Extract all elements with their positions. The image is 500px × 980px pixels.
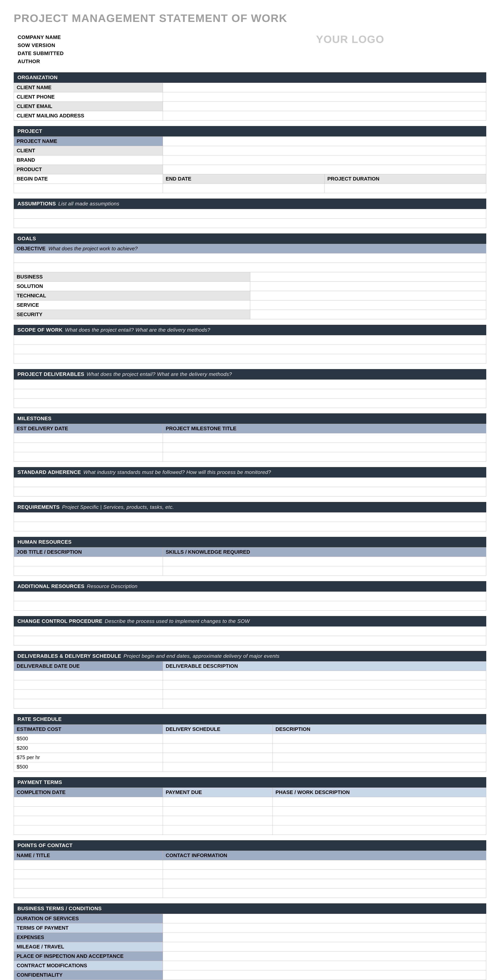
project-brand-value[interactable] (163, 156, 486, 165)
contact-name-1[interactable] (14, 860, 163, 870)
rate-col1: ESTIMATED COST (14, 725, 163, 734)
hr-col1: JOB TITLE / DESCRIPTION (14, 547, 163, 557)
rate-desc-1[interactable] (273, 734, 486, 743)
bt-duration-value[interactable] (163, 914, 486, 923)
contact-name-4[interactable] (14, 888, 163, 898)
goals-technical-value[interactable] (250, 291, 486, 301)
hr-skills-2[interactable] (163, 566, 486, 576)
org-client-email-value[interactable] (163, 102, 486, 111)
assumptions-row-2[interactable] (14, 218, 486, 228)
rate-cost-1[interactable]: $500 (14, 734, 163, 743)
bt-expenses-value[interactable] (163, 933, 486, 942)
project-name-value[interactable] (163, 137, 486, 146)
rate-sched-1[interactable] (163, 734, 273, 743)
goals-header: GOALS (14, 234, 486, 244)
section-assumptions: ASSUMPTIONSList all made assumptions (14, 199, 486, 228)
bt-terms-payment-value[interactable] (163, 923, 486, 933)
rate-col3: DESCRIPTION (273, 725, 486, 734)
org-client-name-value[interactable] (163, 83, 486, 92)
goals-security-value[interactable] (250, 310, 486, 319)
goals-business-value[interactable] (250, 272, 486, 282)
rate-sched-4[interactable] (163, 762, 273, 772)
delsched-date-1[interactable] (14, 671, 163, 680)
contact-name-3[interactable] (14, 879, 163, 888)
goals-objective-value-2[interactable] (14, 263, 486, 272)
project-product-value[interactable] (163, 165, 486, 174)
hr-skills-1[interactable] (163, 557, 486, 566)
requirements-row-2[interactable] (14, 522, 486, 531)
bt-confidentiality-value[interactable] (163, 970, 486, 980)
payment-phase-1[interactable] (273, 797, 486, 807)
bt-mileage-value[interactable] (163, 942, 486, 951)
milestones-header: MILESTONES (14, 414, 486, 424)
contact-info-4[interactable] (163, 888, 486, 898)
addres-row-2[interactable] (14, 601, 486, 611)
change-row-1[interactable] (14, 627, 486, 636)
project-end-date-value[interactable] (163, 184, 325, 193)
delsched-date-4[interactable] (14, 699, 163, 708)
delsched-desc-4[interactable] (163, 699, 486, 708)
payment-phase-2[interactable] (273, 807, 486, 816)
delsched-desc-2[interactable] (163, 680, 486, 690)
milestone-date-1[interactable] (14, 433, 163, 443)
contact-name-2[interactable] (14, 870, 163, 879)
delsched-date-3[interactable] (14, 690, 163, 699)
hr-job-2[interactable] (14, 566, 163, 576)
org-client-mailing-label: CLIENT MAILING ADDRESS (14, 111, 163, 121)
goals-objective-value-1[interactable] (14, 253, 486, 263)
project-begin-date-value[interactable] (14, 184, 163, 193)
rate-desc-2[interactable] (273, 743, 486, 753)
bt-modifications-value[interactable] (163, 961, 486, 970)
payment-header: PAYMENT TERMS (14, 777, 486, 788)
scope-row-2[interactable] (14, 345, 486, 354)
rate-cost-3[interactable]: $75 per hr (14, 753, 163, 762)
rate-cost-2[interactable]: $200 (14, 743, 163, 753)
payment-date-2[interactable] (14, 807, 163, 816)
rate-desc-3[interactable] (273, 753, 486, 762)
milestone-title-1[interactable] (163, 433, 486, 443)
hr-job-1[interactable] (14, 557, 163, 566)
deliverables-row-1[interactable] (14, 380, 486, 389)
standards-row-1[interactable] (14, 478, 486, 487)
rate-sched-2[interactable] (163, 743, 273, 753)
payment-due-3[interactable] (163, 816, 273, 826)
payment-date-4[interactable] (14, 826, 163, 835)
delsched-date-2[interactable] (14, 680, 163, 690)
payment-due-4[interactable] (163, 826, 273, 835)
payment-phase-4[interactable] (273, 826, 486, 835)
contact-info-2[interactable] (163, 870, 486, 879)
payment-date-3[interactable] (14, 816, 163, 826)
payment-due-1[interactable] (163, 797, 273, 807)
rate-desc-4[interactable] (273, 762, 486, 772)
project-duration-value[interactable] (325, 184, 486, 193)
contact-info-3[interactable] (163, 879, 486, 888)
delsched-desc-3[interactable] (163, 690, 486, 699)
project-client-value[interactable] (163, 146, 486, 156)
contact-info-1[interactable] (163, 860, 486, 870)
scope-row-3[interactable] (14, 354, 486, 364)
scope-row-1[interactable] (14, 336, 486, 345)
payment-due-2[interactable] (163, 807, 273, 816)
assumptions-row-1[interactable] (14, 209, 486, 218)
deliverables-hint: What does the project entail? What are t… (87, 371, 232, 377)
rate-cost-4[interactable]: $500 (14, 762, 163, 772)
goals-solution-value[interactable] (250, 282, 486, 291)
deliverables-row-2[interactable] (14, 389, 486, 398)
change-row-2[interactable] (14, 636, 486, 646)
payment-phase-3[interactable] (273, 816, 486, 826)
bt-inspection-value[interactable] (163, 951, 486, 961)
delsched-desc-1[interactable] (163, 671, 486, 680)
milestone-title-2[interactable] (163, 443, 486, 452)
requirements-row-1[interactable] (14, 512, 486, 522)
milestone-date-3[interactable] (14, 452, 163, 461)
addres-row-1[interactable] (14, 592, 486, 601)
milestone-date-2[interactable] (14, 443, 163, 452)
rate-sched-3[interactable] (163, 753, 273, 762)
org-client-mailing-value[interactable] (163, 111, 486, 121)
goals-service-value[interactable] (250, 301, 486, 310)
milestone-title-3[interactable] (163, 452, 486, 461)
org-client-phone-value[interactable] (163, 92, 486, 102)
deliverables-row-3[interactable] (14, 398, 486, 408)
payment-date-1[interactable] (14, 797, 163, 807)
standards-row-2[interactable] (14, 487, 486, 496)
